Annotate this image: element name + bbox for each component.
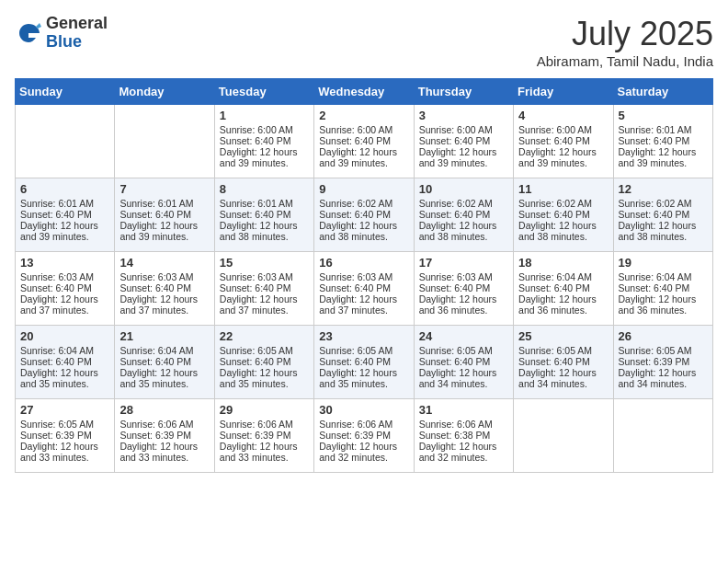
daylight-text: Daylight: 12 hours and 32 minutes. [319, 441, 408, 463]
sunset-text: Sunset: 6:39 PM [619, 356, 708, 367]
daylight-text: Daylight: 12 hours and 35 minutes. [220, 367, 309, 389]
sunset-text: Sunset: 6:40 PM [220, 282, 309, 293]
sunset-text: Sunset: 6:39 PM [119, 430, 209, 441]
sunrise-text: Sunrise: 6:04 AM [518, 271, 608, 282]
day-number: 29 [220, 403, 309, 417]
calendar-header-row: SundayMondayTuesdayWednesdayThursdayFrid… [16, 79, 713, 105]
day-number: 10 [419, 182, 508, 196]
daylight-text: Daylight: 12 hours and 37 minutes. [119, 293, 209, 316]
sunset-text: Sunset: 6:38 PM [419, 430, 508, 441]
calendar-cell: 23Sunrise: 6:05 AMSunset: 6:40 PMDayligh… [314, 326, 414, 399]
day-number: 14 [119, 256, 209, 270]
calendar-cell: 31Sunrise: 6:06 AMSunset: 6:38 PMDayligh… [414, 399, 513, 473]
sunrise-text: Sunrise: 6:05 AM [220, 345, 309, 356]
day-number: 23 [319, 329, 408, 343]
calendar-cell: 17Sunrise: 6:03 AMSunset: 6:40 PMDayligh… [414, 252, 513, 326]
calendar-cell [613, 399, 712, 473]
day-header-saturday: Saturday [613, 79, 712, 105]
daylight-text: Daylight: 12 hours and 36 minutes. [419, 293, 508, 316]
day-number: 15 [220, 256, 309, 270]
day-header-sunday: Sunday [16, 79, 115, 105]
day-number: 3 [419, 109, 508, 122]
calendar-cell: 4Sunrise: 6:00 AMSunset: 6:40 PMDaylight… [514, 105, 613, 178]
calendar-cell [16, 105, 115, 178]
sunset-text: Sunset: 6:40 PM [518, 282, 608, 293]
daylight-text: Daylight: 12 hours and 38 minutes. [518, 220, 608, 242]
sunset-text: Sunset: 6:40 PM [319, 135, 408, 146]
daylight-text: Daylight: 12 hours and 38 minutes. [619, 220, 708, 242]
calendar-cell: 16Sunrise: 6:03 AMSunset: 6:40 PMDayligh… [314, 252, 414, 326]
day-header-monday: Monday [115, 79, 214, 105]
day-header-wednesday: Wednesday [314, 79, 414, 105]
sunrise-text: Sunrise: 6:06 AM [319, 419, 408, 430]
daylight-text: Daylight: 12 hours and 39 minutes. [419, 146, 508, 168]
sunrise-text: Sunrise: 6:04 AM [20, 345, 109, 356]
day-number: 27 [20, 403, 109, 417]
day-number: 1 [220, 109, 309, 122]
calendar-week-row: 13Sunrise: 6:03 AMSunset: 6:40 PMDayligh… [16, 252, 713, 326]
calendar-cell: 28Sunrise: 6:06 AMSunset: 6:39 PMDayligh… [115, 399, 214, 473]
calendar-cell: 20Sunrise: 6:04 AMSunset: 6:40 PMDayligh… [16, 326, 115, 399]
daylight-text: Daylight: 12 hours and 39 minutes. [319, 146, 408, 168]
page-header: General Blue July 2025 Abiramam, Tamil N… [15, 15, 713, 69]
daylight-text: Daylight: 12 hours and 32 minutes. [419, 441, 508, 463]
logo-blue: Blue [46, 33, 108, 52]
sunrise-text: Sunrise: 6:05 AM [419, 345, 508, 356]
calendar-cell: 9Sunrise: 6:02 AMSunset: 6:40 PMDaylight… [314, 178, 414, 252]
daylight-text: Daylight: 12 hours and 34 minutes. [619, 367, 708, 389]
day-number: 24 [419, 329, 508, 343]
daylight-text: Daylight: 12 hours and 35 minutes. [20, 367, 109, 389]
daylight-text: Daylight: 12 hours and 37 minutes. [319, 293, 408, 316]
sunset-text: Sunset: 6:40 PM [20, 209, 109, 220]
sunrise-text: Sunrise: 6:02 AM [319, 198, 408, 209]
daylight-text: Daylight: 12 hours and 39 minutes. [119, 220, 209, 242]
sunrise-text: Sunrise: 6:06 AM [119, 419, 209, 430]
sunset-text: Sunset: 6:40 PM [220, 356, 309, 367]
sunrise-text: Sunrise: 6:03 AM [419, 271, 508, 282]
day-number: 6 [20, 182, 109, 196]
sunset-text: Sunset: 6:40 PM [619, 135, 708, 146]
sunrise-text: Sunrise: 6:00 AM [518, 124, 608, 135]
sunset-text: Sunset: 6:40 PM [119, 356, 209, 367]
sunset-text: Sunset: 6:40 PM [119, 282, 209, 293]
daylight-text: Daylight: 12 hours and 37 minutes. [20, 293, 109, 316]
calendar-cell [514, 399, 613, 473]
sunrise-text: Sunrise: 6:05 AM [518, 345, 608, 356]
month-year-title: July 2025 [537, 15, 713, 53]
calendar-cell: 12Sunrise: 6:02 AMSunset: 6:40 PMDayligh… [613, 178, 712, 252]
sunrise-text: Sunrise: 6:00 AM [419, 124, 508, 135]
daylight-text: Daylight: 12 hours and 39 minutes. [518, 146, 608, 168]
sunrise-text: Sunrise: 6:02 AM [419, 198, 508, 209]
sunrise-text: Sunrise: 6:01 AM [119, 198, 209, 209]
day-number: 22 [220, 329, 309, 343]
calendar-cell: 27Sunrise: 6:05 AMSunset: 6:39 PMDayligh… [16, 399, 115, 473]
sunrise-text: Sunrise: 6:05 AM [20, 419, 109, 430]
daylight-text: Daylight: 12 hours and 36 minutes. [619, 293, 708, 316]
daylight-text: Daylight: 12 hours and 39 minutes. [220, 146, 309, 168]
calendar-cell: 11Sunrise: 6:02 AMSunset: 6:40 PMDayligh… [514, 178, 613, 252]
day-number: 12 [619, 182, 708, 196]
sunset-text: Sunset: 6:39 PM [319, 430, 408, 441]
calendar-cell: 5Sunrise: 6:01 AMSunset: 6:40 PMDaylight… [613, 105, 712, 178]
day-number: 21 [119, 329, 209, 343]
calendar-cell: 8Sunrise: 6:01 AMSunset: 6:40 PMDaylight… [214, 178, 313, 252]
calendar-week-row: 20Sunrise: 6:04 AMSunset: 6:40 PMDayligh… [16, 326, 713, 399]
sunset-text: Sunset: 6:40 PM [20, 356, 109, 367]
sunset-text: Sunset: 6:40 PM [518, 356, 608, 367]
sunrise-text: Sunrise: 6:02 AM [619, 198, 708, 209]
daylight-text: Daylight: 12 hours and 35 minutes. [119, 367, 209, 389]
calendar-cell [115, 105, 214, 178]
daylight-text: Daylight: 12 hours and 35 minutes. [319, 367, 408, 389]
sunrise-text: Sunrise: 6:04 AM [119, 345, 209, 356]
calendar-table: SundayMondayTuesdayWednesdayThursdayFrid… [15, 78, 713, 473]
sunset-text: Sunset: 6:40 PM [220, 209, 309, 220]
day-number: 31 [419, 403, 508, 417]
logo-text: General Blue [46, 15, 108, 52]
sunset-text: Sunset: 6:40 PM [20, 282, 109, 293]
sunset-text: Sunset: 6:40 PM [619, 282, 708, 293]
sunset-text: Sunset: 6:40 PM [319, 356, 408, 367]
calendar-cell: 22Sunrise: 6:05 AMSunset: 6:40 PMDayligh… [214, 326, 313, 399]
sunset-text: Sunset: 6:40 PM [220, 135, 309, 146]
sunrise-text: Sunrise: 6:01 AM [20, 198, 109, 209]
sunset-text: Sunset: 6:40 PM [319, 282, 408, 293]
